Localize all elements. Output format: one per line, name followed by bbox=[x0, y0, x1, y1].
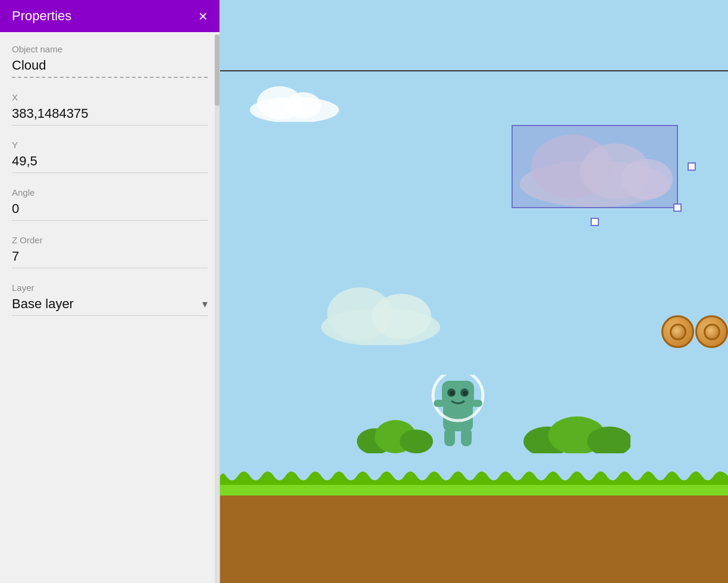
svg-rect-22 bbox=[220, 485, 728, 496]
panel-content: Object name X 383,1484375 Y 49,5 Angle 0… bbox=[0, 32, 219, 583]
ground-platform bbox=[220, 452, 728, 583]
svg-rect-18 bbox=[472, 400, 482, 407]
svg-rect-19 bbox=[444, 428, 455, 446]
cloud-center bbox=[315, 280, 446, 345]
panel-header: Properties × bbox=[0, 0, 219, 32]
properties-panel: Properties × Object name X 383,1484375 Y… bbox=[0, 0, 220, 583]
zorder-value[interactable]: 7 bbox=[12, 249, 208, 268]
canvas-top-line bbox=[220, 70, 728, 71]
svg-rect-20 bbox=[461, 428, 472, 446]
scrollbar-track bbox=[215, 35, 219, 583]
game-character bbox=[431, 375, 485, 452]
bush-left bbox=[357, 418, 434, 453]
zorder-field-group: Z Order 7 bbox=[12, 235, 208, 268]
selected-object-rect[interactable] bbox=[512, 125, 678, 208]
chevron-down-icon: ▾ bbox=[202, 297, 208, 311]
object-name-group: Object name bbox=[12, 44, 208, 78]
coin-1-inner bbox=[670, 324, 686, 340]
svg-point-25 bbox=[400, 430, 433, 453]
resize-handle-br[interactable] bbox=[673, 203, 682, 212]
resize-handle-bc[interactable] bbox=[591, 218, 599, 226]
x-field-group: X 383,1484375 bbox=[12, 92, 208, 126]
svg-rect-11 bbox=[442, 381, 474, 410]
close-button[interactable]: × bbox=[199, 8, 208, 24]
svg-point-9 bbox=[372, 294, 431, 339]
svg-rect-21 bbox=[220, 488, 728, 583]
angle-value[interactable]: 0 bbox=[12, 201, 208, 221]
coin-1 bbox=[661, 315, 694, 348]
canvas-area bbox=[220, 0, 728, 583]
y-field-group: Y 49,5 bbox=[12, 140, 208, 173]
y-label: Y bbox=[12, 140, 208, 150]
layer-field-group: Layer Base layer ▾ bbox=[12, 283, 208, 316]
layer-select-wrapper[interactable]: Base layer ▾ bbox=[12, 296, 208, 316]
cloud-top-left bbox=[247, 80, 342, 122]
svg-point-6 bbox=[621, 159, 673, 199]
coin-2 bbox=[695, 315, 728, 348]
object-name-label: Object name bbox=[12, 44, 208, 54]
angle-field-group: Angle 0 bbox=[12, 187, 208, 221]
svg-point-2 bbox=[285, 92, 321, 118]
layer-label: Layer bbox=[12, 283, 208, 293]
svg-rect-17 bbox=[434, 400, 444, 407]
angle-label: Angle bbox=[12, 187, 208, 198]
coin-2-inner bbox=[704, 324, 720, 340]
svg-point-15 bbox=[463, 391, 467, 396]
x-label: X bbox=[12, 92, 208, 102]
resize-handle-rc[interactable] bbox=[688, 162, 696, 171]
y-value[interactable]: 49,5 bbox=[12, 153, 208, 173]
object-name-input[interactable] bbox=[12, 58, 208, 78]
layer-value: Base layer bbox=[12, 296, 197, 312]
panel-title: Properties bbox=[12, 8, 71, 24]
zorder-label: Z Order bbox=[12, 235, 208, 245]
x-value[interactable]: 383,1484375 bbox=[12, 106, 208, 126]
coins-group bbox=[661, 315, 728, 348]
scrollbar-thumb[interactable] bbox=[215, 35, 219, 106]
bush-right bbox=[523, 415, 630, 453]
svg-point-14 bbox=[450, 391, 454, 396]
